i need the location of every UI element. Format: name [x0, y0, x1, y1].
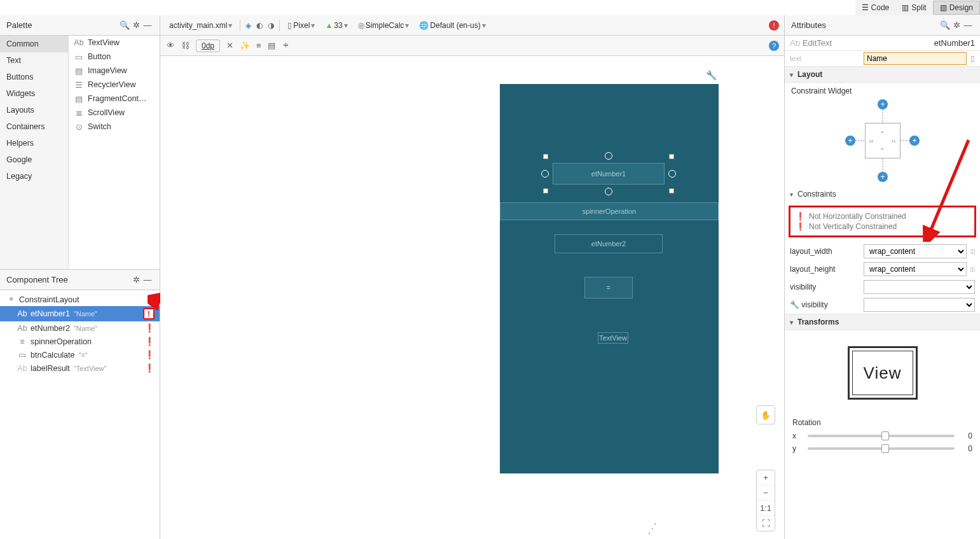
design-canvas[interactable]: 🔧 etNumber1 spinnerOperation etNumber2 =… — [160, 56, 784, 539]
error-icon[interactable]: ❗ — [144, 350, 155, 360]
rotation-x-slider[interactable] — [808, 435, 955, 437]
zoom-fit-button[interactable]: ⛶ — [757, 516, 775, 531]
palette-item[interactable]: ☰RecyclerView — [69, 78, 160, 92]
canvas-labelresult[interactable]: TextView — [598, 332, 628, 344]
help-icon[interactable]: ? — [769, 41, 779, 51]
constraintlayout-icon: ⌖ — [6, 295, 15, 304]
layout-height-select[interactable]: wrap_content — [864, 262, 967, 276]
pack-icon[interactable]: ▤ — [268, 41, 275, 50]
clear-constraints-icon[interactable]: ✕ — [226, 41, 233, 50]
nightmode-icon[interactable]: ◑ — [268, 21, 274, 30]
error-icon[interactable]: ! — [143, 308, 155, 319]
add-top-constraint[interactable]: + — [878, 99, 888, 109]
palette-item[interactable]: ▭Button — [69, 50, 160, 64]
tree-item[interactable]: AblabelResult "TextView"❗ — [0, 361, 160, 375]
palette-item[interactable]: ▨ImageView — [69, 64, 160, 78]
add-right-constraint[interactable]: + — [909, 136, 920, 146]
gear-icon[interactable]: ✲ — [130, 20, 142, 30]
palette-item[interactable]: ≣ScrollView — [69, 106, 160, 120]
minimize-icon[interactable]: — — [962, 20, 974, 30]
view-options-icon[interactable]: 👁 — [167, 41, 175, 50]
palette-cat-buttons[interactable]: Buttons — [0, 69, 68, 85]
locale-picker[interactable]: 🌐Default (en-us) ▾ — [417, 20, 488, 31]
palette-cat-widgets[interactable]: Widgets — [0, 85, 68, 102]
palette-item[interactable]: AbTextView — [69, 36, 160, 50]
gear-icon[interactable]: ✲ — [951, 20, 962, 30]
palette-cat-text[interactable]: Text — [0, 52, 68, 69]
button-icon: ▭ — [74, 52, 84, 62]
theme-picker[interactable]: ◎SimpleCalc ▾ — [355, 20, 412, 31]
tools-visibility-select[interactable] — [864, 298, 975, 312]
rotation-y-slider[interactable] — [808, 447, 955, 450]
layout-width-label: layout_width — [790, 247, 860, 256]
orientation-icon[interactable]: ◐ — [256, 21, 263, 30]
design-mode-button[interactable]: ▧Design — [933, 1, 980, 15]
split-mode-button[interactable]: ▥Split — [895, 1, 932, 14]
add-bottom-constraint[interactable]: + — [878, 172, 888, 182]
code-mode-button[interactable]: ☰Code — [855, 1, 896, 14]
guidelines-icon[interactable]: ⫩ — [282, 41, 290, 50]
tree-item[interactable]: ▭btnCalculate "="❗ — [0, 348, 160, 361]
constraint-widget[interactable]: ⌄ ⌃ ›› ‹‹ + + + + — [785, 99, 980, 182]
resize-grip[interactable]: ⋰ — [645, 520, 659, 536]
transforms-preview: View — [848, 346, 918, 400]
api-picker[interactable]: ▲33 ▾ — [322, 20, 350, 31]
palette-item[interactable]: ⊙Switch — [69, 120, 160, 134]
palette-cat-google[interactable]: Google — [0, 151, 68, 168]
pan-button[interactable]: ✋ — [756, 405, 775, 424]
palette-item[interactable]: ▤FragmentCont… — [69, 92, 160, 106]
edittext-icon: Ab — [18, 309, 27, 318]
zoom-out-button[interactable]: − — [757, 486, 775, 501]
device-frame: etNumber1 spinnerOperation etNumber2 = T… — [500, 84, 719, 473]
palette-cat-helpers[interactable]: Helpers — [0, 135, 68, 151]
search-icon[interactable]: 🔍 — [939, 20, 951, 30]
tree-item[interactable]: AbetNumber2 "Name"❗ — [0, 321, 160, 335]
canvas-btncalculate[interactable]: = — [584, 277, 633, 298]
section-transforms[interactable]: Transforms — [797, 318, 839, 326]
tools-visibility-label: 🔧 visibility — [790, 300, 860, 309]
visibility-select[interactable] — [864, 280, 975, 294]
device-picker[interactable]: ▯Pixel ▾ — [285, 20, 317, 31]
tree-root[interactable]: ⌖ConstraintLayout — [0, 293, 160, 306]
error-icon[interactable]: ❗ — [144, 337, 155, 346]
zoom-in-button[interactable]: + — [757, 470, 775, 486]
zoom-actual-button[interactable]: 1:1 — [757, 501, 775, 516]
canvas-spinner[interactable]: spinnerOperation — [500, 202, 719, 220]
layers-icon[interactable]: ◈ — [245, 21, 251, 30]
file-tab[interactable]: activity_main.xml ▾ — [167, 20, 235, 31]
palette-cat-legacy[interactable]: Legacy — [0, 168, 68, 185]
palette-cat-layouts[interactable]: Layouts — [0, 102, 68, 118]
wrench-icon: 🔧 — [790, 300, 799, 309]
section-constraints[interactable]: Constraints — [797, 190, 836, 199]
error-icon[interactable]: ❗ — [144, 363, 155, 373]
add-left-constraint[interactable]: + — [845, 136, 855, 146]
gear-icon[interactable]: ✲ — [130, 275, 142, 284]
spinner-icon: ≡ — [18, 337, 27, 346]
magnet-icon[interactable]: ⛓ — [181, 41, 190, 50]
wrench-icon[interactable]: 🔧 — [706, 70, 717, 80]
palette-cat-common[interactable]: Common — [0, 36, 68, 52]
align-icon[interactable]: ≡ — [256, 41, 261, 50]
canvas-etnumber1[interactable]: etNumber1 — [553, 163, 665, 185]
minimize-icon[interactable]: — — [142, 275, 153, 284]
infer-constraints-icon[interactable]: ✨ — [240, 41, 250, 50]
search-icon[interactable]: 🔍 — [119, 20, 130, 30]
section-layout[interactable]: Layout — [797, 70, 822, 79]
toggle-icon[interactable]: ⎅ — [970, 247, 975, 256]
canvas-etnumber2[interactable]: etNumber2 — [555, 234, 663, 253]
toggle-icon[interactable]: ⎅ — [970, 265, 975, 274]
attr-text-input[interactable] — [864, 52, 967, 65]
layout-width-select[interactable]: wrap_content — [864, 244, 967, 258]
attr-id: etNumber1 — [934, 38, 975, 48]
tree-item[interactable]: AbetNumber1 "Name"! — [0, 306, 160, 321]
minimize-icon[interactable]: — — [142, 20, 153, 30]
palette-cat-containers[interactable]: Containers — [0, 118, 68, 135]
flag-icon[interactable]: ▯ — [970, 54, 975, 63]
default-margin[interactable]: 0dp — [196, 39, 220, 52]
design-error-icon[interactable]: ! — [769, 20, 779, 31]
layout-height-label: layout_height — [790, 265, 860, 274]
zoom-controls: + − 1:1 ⛶ — [756, 470, 775, 531]
constraint-widget-label: Constraint Widget — [785, 83, 980, 99]
tree-item[interactable]: ≡spinnerOperation❗ — [0, 335, 160, 348]
error-icon[interactable]: ❗ — [144, 323, 155, 333]
